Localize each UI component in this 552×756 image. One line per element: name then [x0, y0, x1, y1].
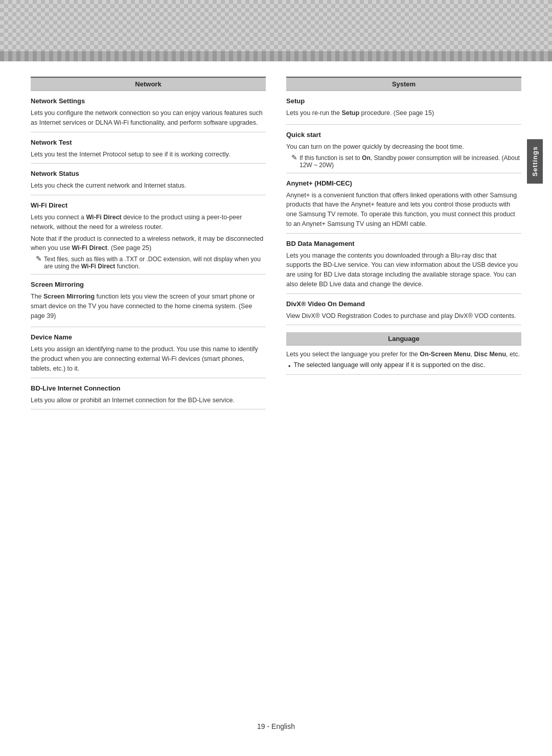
- note-icon-2: ✎: [291, 153, 297, 162]
- device-name-title: Device Name: [31, 331, 266, 342]
- quick-start-title: Quick start: [286, 129, 521, 140]
- bd-live-section: BD-Live Internet Connection Lets you all…: [31, 378, 266, 410]
- footer-separator: -: [265, 722, 271, 730]
- right-column: System Setup Lets you re-run the Setup p…: [286, 77, 521, 409]
- network-status-section: Network Status Lets you check the curren…: [31, 164, 266, 195]
- divx-title: DivX® Video On Demand: [286, 298, 521, 309]
- main-content: Network Network Settings Lets you config…: [0, 61, 552, 440]
- settings-tab: Settings: [527, 139, 543, 184]
- wifi-direct-body: Lets you connect a Wi-Fi Direct device t…: [31, 213, 266, 253]
- anynet-section: Anynet+ (HDMI-CEC) Anynet+ is a convenie…: [286, 173, 521, 234]
- network-test-body: Lets you test the Internet Protocol setu…: [31, 150, 266, 159]
- language-section: Lets you select the language you prefer …: [286, 346, 521, 375]
- screen-mirroring-title: Screen Mirroring: [31, 279, 266, 289]
- bullet-dot-icon: •: [288, 363, 290, 370]
- bd-data-body: Lets you manage the contents you downloa…: [286, 251, 521, 289]
- language-bullet: • The selected language will only appear…: [286, 361, 521, 370]
- language-body: Lets you select the language you prefer …: [286, 350, 521, 359]
- network-settings-body: Lets you configure the network connectio…: [31, 108, 266, 128]
- setup-section: Setup Lets you re-run the Setup procedur…: [286, 91, 521, 125]
- network-settings-title: Network Settings: [31, 95, 266, 106]
- footer-language: English: [271, 722, 295, 730]
- quick-start-note: ✎ If this function is set to On, Standby…: [286, 154, 521, 169]
- svg-rect-8: [0, 51, 552, 61]
- device-name-body: Lets you assign an identifying name to t…: [31, 345, 266, 373]
- wifi-direct-title: Wi-Fi Direct: [31, 199, 266, 210]
- setup-title: Setup: [286, 95, 521, 106]
- wifi-direct-section: Wi-Fi Direct Lets you connect a Wi-Fi Di…: [31, 195, 266, 274]
- bd-data-title: BD Data Management: [286, 238, 521, 248]
- footer: 19 - English: [0, 712, 552, 741]
- anynet-body: Anynet+ is a convenient function that of…: [286, 191, 521, 229]
- bd-data-section: BD Data Management Lets you manage the c…: [286, 234, 521, 294]
- quick-start-section: Quick start You can turn on the power qu…: [286, 125, 521, 173]
- bd-live-title: BD-Live Internet Connection: [31, 382, 266, 393]
- svg-rect-4: [0, 0, 552, 51]
- network-status-title: Network Status: [31, 168, 266, 178]
- device-name-section: Device Name Lets you assign an identifyi…: [31, 327, 266, 378]
- system-section-header: System: [286, 78, 521, 91]
- network-status-body: Lets you check the current network and I…: [31, 181, 266, 191]
- screen-mirroring-body: The Screen Mirroring function lets you v…: [31, 292, 266, 320]
- network-section-header: Network: [31, 78, 266, 91]
- anynet-title: Anynet+ (HDMI-CEC): [286, 177, 521, 188]
- wifi-direct-note: ✎ Text files, such as files with a .TXT …: [31, 256, 266, 270]
- network-settings-section: Network Settings Lets you configure the …: [31, 91, 266, 132]
- page-number: 19: [257, 722, 265, 730]
- network-test-section: Network Test Lets you test the Internet …: [31, 132, 266, 164]
- header-pattern: [0, 0, 552, 61]
- network-test-title: Network Test: [31, 136, 266, 147]
- setup-body: Lets you re-run the Setup procedure. (Se…: [286, 108, 521, 118]
- quick-start-body: You can turn on the power quickly by dec…: [286, 142, 521, 152]
- bd-live-body: Lets you allow or prohibit an Internet c…: [31, 396, 266, 405]
- divx-body: View DivX® VOD Registration Codes to pur…: [286, 311, 521, 321]
- note-icon: ✎: [36, 255, 42, 263]
- divx-section: DivX® Video On Demand View DivX® VOD Reg…: [286, 294, 521, 326]
- screen-mirroring-section: Screen Mirroring The Screen Mirroring fu…: [31, 274, 266, 327]
- language-section-header: Language: [286, 332, 521, 346]
- left-column: Network Network Settings Lets you config…: [31, 77, 266, 409]
